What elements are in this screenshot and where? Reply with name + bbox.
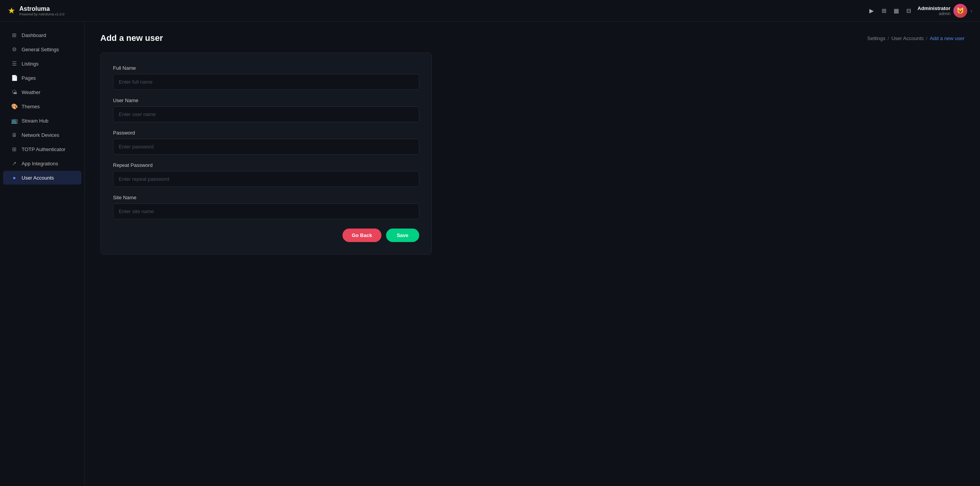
add-user-form-card: Full Name User Name Password Repeat Pass… — [100, 52, 432, 255]
full-name-input[interactable] — [113, 74, 419, 90]
form-group-full-name: Full Name — [113, 65, 419, 90]
user-name-group: Administrator admin — [918, 5, 950, 16]
sidebar-item-label: User Accounts — [22, 175, 54, 181]
sidebar-item-themes[interactable]: 🎨 Themes — [3, 99, 81, 113]
user-accounts-icon: ● — [11, 175, 18, 181]
user-name-label: User Name — [113, 98, 419, 103]
form-actions: Go Back Save — [113, 229, 419, 242]
totp-icon: ⊞ — [11, 146, 18, 152]
topbar: ★ Astroluma Powered by Astroluma v1.0.0 … — [0, 0, 980, 22]
grid-icon[interactable]: ▦ — [892, 7, 901, 15]
listings-icon: ☰ — [11, 61, 18, 67]
logo-text-group: Astroluma Powered by Astroluma v1.0.0 — [19, 5, 64, 16]
breadcrumb: Settings / User Accounts / Add a new use… — [867, 35, 965, 41]
sidebar-item-label: Dashboard — [22, 32, 46, 38]
sidebar-item-label: App Integrations — [22, 161, 58, 166]
form-group-password: Password — [113, 130, 419, 155]
display-icon[interactable]: ⊞ — [880, 7, 888, 15]
weather-icon: 🌤 — [11, 89, 18, 95]
sidebar-item-totp[interactable]: ⊞ TOTP Authenticator — [3, 142, 81, 156]
gear-icon: ⚙ — [11, 46, 18, 52]
network-icon: 🖥 — [11, 132, 18, 138]
sidebar: ⊞ Dashboard ⚙ General Settings ☰ Listing… — [0, 22, 85, 486]
breadcrumb-current: Add a new user — [930, 35, 965, 41]
go-back-button[interactable]: Go Back — [342, 229, 381, 242]
password-label: Password — [113, 130, 419, 136]
topbar-right: ▶ ⊞ ▦ ⊟ Administrator admin 😺 › — [867, 4, 972, 18]
chevron-right-icon: › — [970, 8, 972, 14]
avatar[interactable]: 😺 — [953, 4, 967, 18]
sidebar-item-app-integrations[interactable]: ↗ App Integrations — [3, 156, 81, 170]
sidebar-item-label: Weather — [22, 89, 40, 95]
page-title: Add a new user — [100, 33, 163, 43]
pages-icon: 📄 — [11, 75, 18, 81]
site-name-input[interactable] — [113, 203, 419, 219]
form-group-user-name: User Name — [113, 98, 419, 122]
repeat-password-label: Repeat Password — [113, 162, 419, 168]
breadcrumb-sep-1: / — [888, 35, 889, 41]
sidebar-item-label: TOTP Authenticator — [22, 146, 66, 152]
sidebar-item-listings[interactable]: ☰ Listings — [3, 57, 81, 71]
breadcrumb-user-accounts[interactable]: User Accounts — [891, 35, 924, 41]
save-button[interactable]: Save — [386, 229, 419, 242]
topbar-icons: ▶ ⊞ ▦ ⊟ — [867, 7, 913, 15]
full-name-label: Full Name — [113, 65, 419, 71]
video-icon[interactable]: ▶ — [867, 7, 876, 15]
form-group-site-name: Site Name — [113, 195, 419, 219]
user-role: admin — [918, 11, 950, 16]
user-info: Administrator admin 😺 › — [918, 4, 972, 18]
themes-icon: 🎨 — [11, 103, 18, 109]
main-content: Add a new user Settings / User Accounts … — [85, 22, 980, 486]
sidebar-item-label: General Settings — [22, 47, 59, 52]
logo-subtitle: Powered by Astroluma v1.0.0 — [19, 12, 64, 16]
site-name-label: Site Name — [113, 195, 419, 200]
form-group-repeat-password: Repeat Password — [113, 162, 419, 187]
sidebar-item-label: Listings — [22, 61, 39, 67]
sidebar-item-label: Pages — [22, 75, 36, 81]
logo-title: Astroluma — [19, 5, 64, 12]
sidebar-item-weather[interactable]: 🌤 Weather — [3, 85, 81, 99]
repeat-password-input[interactable] — [113, 171, 419, 187]
sidebar-item-network-devices[interactable]: 🖥 Network Devices — [3, 128, 81, 142]
breadcrumb-settings[interactable]: Settings — [867, 35, 886, 41]
password-input[interactable] — [113, 139, 419, 155]
layout: ⊞ Dashboard ⚙ General Settings ☰ Listing… — [0, 22, 980, 486]
sidebar-item-label: Stream Hub — [22, 118, 48, 124]
sidebar-item-pages[interactable]: 📄 Pages — [3, 71, 81, 85]
sidebar-item-stream-hub[interactable]: 📺 Stream Hub — [3, 114, 81, 128]
stream-hub-icon: 📺 — [11, 118, 18, 124]
user-name: Administrator — [918, 5, 950, 11]
sidebar-item-label: Themes — [22, 104, 40, 109]
breadcrumb-row: Add a new user Settings / User Accounts … — [100, 33, 965, 43]
sidebar-item-dashboard[interactable]: ⊞ Dashboard — [3, 28, 81, 42]
sidebar-item-label: Network Devices — [22, 132, 59, 138]
user-name-input[interactable] — [113, 106, 419, 122]
qr-icon[interactable]: ⊟ — [904, 7, 913, 15]
logo-star-icon: ★ — [8, 6, 15, 16]
integrations-icon: ↗ — [11, 160, 18, 166]
breadcrumb-sep-2: / — [926, 35, 928, 41]
sidebar-item-user-accounts[interactable]: ● User Accounts — [3, 171, 81, 185]
sidebar-item-general-settings[interactable]: ⚙ General Settings — [3, 42, 81, 56]
dashboard-icon: ⊞ — [11, 32, 18, 38]
topbar-left: ★ Astroluma Powered by Astroluma v1.0.0 — [8, 5, 64, 16]
